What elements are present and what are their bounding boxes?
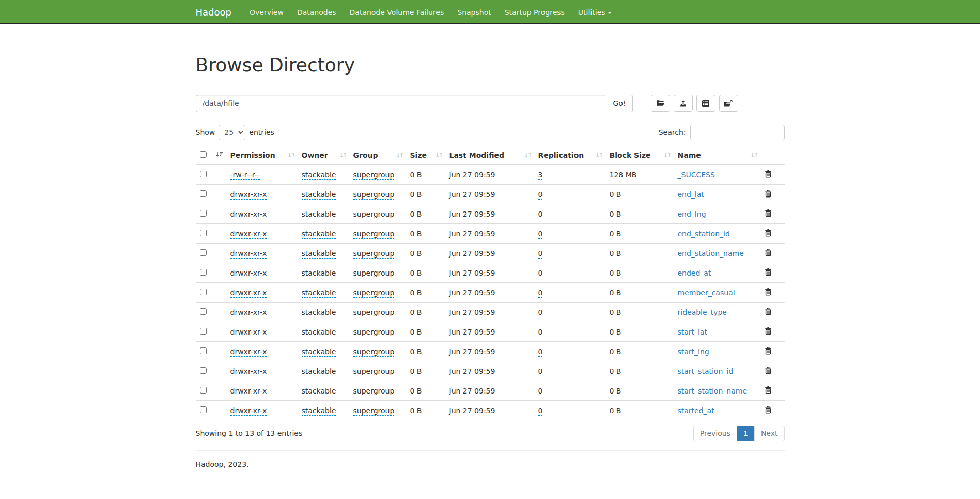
group-value[interactable]: supergroup	[353, 190, 395, 200]
delete-button[interactable]	[765, 268, 772, 278]
delete-button[interactable]	[765, 229, 772, 238]
owner-value[interactable]: stackable	[302, 210, 336, 219]
permission-value[interactable]: drwxr-xr-x	[230, 347, 267, 357]
replication-value[interactable]: 0	[538, 190, 543, 200]
delete-button[interactable]	[765, 288, 772, 297]
group-value[interactable]: supergroup	[353, 249, 395, 259]
replication-value[interactable]: 0	[538, 347, 543, 357]
permission-value[interactable]: drwxr-xr-x	[230, 249, 267, 259]
search-input[interactable]	[690, 125, 785, 140]
owner-value[interactable]: stackable	[302, 171, 336, 180]
column-header-block-size[interactable]: Block Size↓↑	[605, 146, 674, 164]
column-header-owner[interactable]: Owner↓↑	[298, 146, 349, 164]
file-name-link[interactable]: started_at	[678, 406, 714, 415]
permission-value[interactable]: drwxr-xr-x	[230, 406, 267, 416]
file-name-link[interactable]: start_lng	[678, 347, 709, 356]
column-header-group[interactable]: Group↓↑	[349, 146, 406, 164]
replication-value[interactable]: 0	[538, 230, 543, 239]
row-checkbox[interactable]	[200, 308, 207, 315]
file-name-link[interactable]: member_casual	[678, 289, 735, 297]
delete-button[interactable]	[765, 405, 772, 415]
column-header-permission[interactable]: Permission↓↑	[226, 146, 298, 164]
permission-value[interactable]: drwxr-xr-x	[230, 269, 267, 278]
permission-value[interactable]: drwxr-xr-x	[230, 190, 267, 200]
column-header-size[interactable]: Size↓↑	[406, 146, 445, 164]
select-all-checkbox[interactable]	[200, 151, 207, 158]
replication-value[interactable]: 0	[538, 387, 543, 396]
replication-value[interactable]: 0	[538, 210, 543, 219]
permission-value[interactable]: drwxr-xr-x	[230, 230, 267, 239]
file-name-link[interactable]: end_lat	[678, 190, 704, 199]
replication-value[interactable]: 0	[538, 367, 543, 376]
group-value[interactable]: supergroup	[353, 171, 395, 180]
owner-value[interactable]: stackable	[302, 269, 336, 278]
delete-button[interactable]	[765, 209, 772, 219]
permission-value[interactable]: -rw-r--r--	[230, 171, 260, 180]
permission-value[interactable]: drwxr-xr-x	[230, 387, 267, 396]
delete-button[interactable]	[765, 248, 772, 258]
delete-button[interactable]	[765, 307, 772, 317]
replication-value[interactable]: 0	[538, 308, 543, 317]
group-value[interactable]: supergroup	[353, 367, 395, 376]
delete-button[interactable]	[765, 346, 772, 356]
owner-value[interactable]: stackable	[302, 367, 336, 376]
owner-value[interactable]: stackable	[302, 308, 336, 317]
move-to-folder-button[interactable]	[719, 95, 738, 112]
file-list-button[interactable]	[696, 95, 715, 112]
delete-button[interactable]	[765, 386, 772, 396]
permission-value[interactable]: drwxr-xr-x	[230, 210, 267, 219]
delete-button[interactable]	[765, 170, 772, 179]
replication-value[interactable]: 0	[538, 289, 543, 298]
group-value[interactable]: supergroup	[353, 289, 395, 298]
owner-value[interactable]: stackable	[302, 230, 336, 239]
owner-value[interactable]: stackable	[302, 249, 336, 259]
delete-button[interactable]	[765, 189, 772, 199]
owner-value[interactable]: stackable	[302, 289, 336, 298]
column-header-last-modified[interactable]: Last Modified↓↑	[445, 146, 534, 164]
file-name-link[interactable]: end_lng	[678, 210, 706, 218]
owner-value[interactable]: stackable	[302, 328, 336, 337]
permission-value[interactable]: drwxr-xr-x	[230, 308, 267, 317]
brand-hadoop[interactable]: Hadoop	[196, 7, 231, 18]
replication-value[interactable]: 0	[538, 406, 543, 416]
group-value[interactable]: supergroup	[353, 328, 395, 337]
group-value[interactable]: supergroup	[353, 406, 395, 416]
row-checkbox[interactable]	[200, 406, 207, 413]
replication-value[interactable]: 3	[538, 171, 543, 180]
file-name-link[interactable]: start_station_name	[678, 387, 748, 395]
row-checkbox[interactable]	[200, 347, 207, 354]
row-checkbox[interactable]	[200, 210, 207, 217]
directory-path-input[interactable]	[196, 95, 607, 112]
group-value[interactable]: supergroup	[353, 387, 395, 396]
file-name-link[interactable]: end_station_id	[678, 230, 730, 238]
row-checkbox[interactable]	[200, 387, 207, 394]
file-name-link[interactable]: end_station_name	[678, 249, 744, 258]
replication-value[interactable]: 0	[538, 269, 543, 278]
group-value[interactable]: supergroup	[353, 308, 395, 317]
file-name-link[interactable]: _SUCCESS	[678, 171, 715, 179]
file-name-link[interactable]: start_station_id	[678, 367, 734, 375]
select-all-header[interactable]	[196, 146, 226, 164]
owner-value[interactable]: stackable	[302, 406, 336, 416]
row-checkbox[interactable]	[200, 289, 207, 295]
delete-button[interactable]	[765, 327, 772, 337]
row-checkbox[interactable]	[200, 328, 207, 335]
row-checkbox[interactable]	[200, 171, 207, 177]
permission-value[interactable]: drwxr-xr-x	[230, 289, 267, 298]
owner-value[interactable]: stackable	[302, 387, 336, 396]
row-checkbox[interactable]	[200, 367, 207, 374]
row-checkbox[interactable]	[200, 230, 207, 236]
row-checkbox[interactable]	[200, 249, 207, 256]
file-name-link[interactable]: start_lat	[678, 328, 708, 336]
upload-files-button[interactable]	[674, 95, 693, 112]
delete-button[interactable]	[765, 366, 772, 376]
file-name-link[interactable]: ended_at	[678, 269, 711, 277]
permission-value[interactable]: drwxr-xr-x	[230, 328, 267, 337]
file-name-link[interactable]: rideable_type	[678, 308, 727, 316]
create-directory-button[interactable]	[651, 95, 670, 112]
row-checkbox[interactable]	[200, 190, 207, 197]
column-header-name[interactable]: Name↓↑	[674, 146, 760, 164]
group-value[interactable]: supergroup	[353, 269, 395, 278]
column-header-replication[interactable]: Replication↓↑	[534, 146, 605, 164]
row-checkbox[interactable]	[200, 269, 207, 276]
